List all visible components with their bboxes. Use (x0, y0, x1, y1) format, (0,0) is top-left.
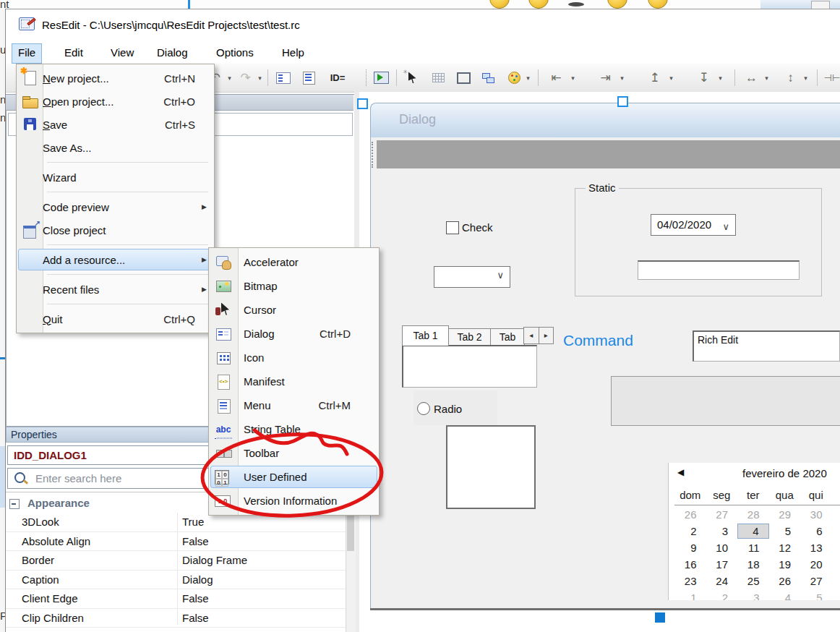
calendar-date-cell[interactable]: 16 (674, 557, 706, 572)
align-right-dropdown-icon[interactable]: ▾ (617, 68, 627, 87)
calendar-date-cell[interactable]: 4 (737, 524, 769, 539)
menu-item-add-a-resource[interactable]: Add a resource...▶ (17, 248, 214, 271)
edit-control[interactable] (638, 260, 800, 280)
calendar-date-cell[interactable]: 18 (737, 557, 769, 572)
menu-item-manifest[interactable]: Manifest (209, 370, 379, 393)
center-vertical-dropdown-icon[interactable]: ▾ (801, 68, 810, 87)
calendar-date-cell[interactable]: 27 (800, 573, 832, 589)
menu-item-cursor[interactable]: Cursor (209, 298, 379, 322)
property-row[interactable]: Clip ChildrenFalse (6, 609, 346, 628)
combobox-control[interactable]: ∨ (434, 266, 510, 288)
test-dialog-button[interactable] (372, 68, 391, 87)
menu-item-open-project[interactable]: Open project...Ctrl+O (17, 90, 214, 113)
menu-item-bitmap[interactable]: Bitmap (209, 274, 379, 298)
menu-item-quit[interactable]: QuitCtrl+Q (17, 307, 214, 330)
menu-item-menu[interactable]: MenuCtrl+M (209, 393, 379, 417)
toolbar-placeholder-control[interactable] (377, 140, 840, 168)
property-row[interactable]: CaptionDialog (6, 571, 346, 590)
calendar-date-cell[interactable]: 29 (769, 507, 801, 522)
calendar-date-cell[interactable]: 17 (706, 557, 738, 572)
menu-item-version-information[interactable]: 1.0Version Information (209, 489, 379, 513)
tab-scroll-left-icon[interactable]: ◂ (524, 328, 539, 343)
static-groupbox[interactable] (575, 188, 822, 296)
calendar-date-cell[interactable]: 3 (737, 590, 769, 600)
align-right-button[interactable]: ⇥ (596, 68, 615, 87)
align-bottom-dropdown-icon[interactable]: ▾ (716, 68, 725, 87)
rich-edit-control[interactable]: Rich Edit (693, 330, 840, 362)
menu-item-toolbar[interactable]: Toolbar (209, 441, 379, 465)
menu-item-dialog[interactable]: DialogCtrl+D (209, 322, 379, 346)
property-row[interactable]: Client EdgeFalse (6, 589, 346, 609)
tab-scroll-spinner[interactable]: ◂ ▸ (523, 327, 554, 344)
calendar-date-cell[interactable]: 23 (674, 573, 706, 589)
calendar-date-cell[interactable]: 27 (706, 507, 738, 522)
selection-handle-top-center[interactable] (617, 96, 628, 107)
selection-handle-top-left[interactable] (357, 98, 368, 109)
calendar-date-cell[interactable]: 2 (706, 590, 738, 600)
date-picker-control[interactable]: 04/02/2020 ∨ (651, 214, 736, 236)
grid-toggle-button[interactable] (429, 68, 448, 87)
calendar-date-cell[interactable]: 9 (674, 540, 706, 555)
radio-button[interactable] (417, 402, 430, 415)
menu-item-new-project[interactable]: New project...Ctrl+N (17, 67, 214, 90)
calendar-date-cell[interactable]: 4 (769, 590, 801, 600)
calendar-month-label[interactable]: fevereiro de 2020 (742, 467, 827, 479)
menu-item-close-project[interactable]: Close project (17, 218, 214, 242)
menubar-item-options[interactable]: Options (210, 43, 260, 62)
property-row[interactable]: Absolute AlignFalse (6, 532, 346, 552)
calendar-date-cell[interactable]: 11 (737, 540, 769, 555)
menu-item-wizard[interactable]: Wizard (17, 166, 214, 189)
menubar-item-file[interactable]: File (12, 43, 42, 64)
pointer-tool-button[interactable] (402, 68, 421, 87)
center-horizontal-dropdown-icon[interactable]: ▾ (762, 68, 771, 87)
gray-panel-control[interactable] (611, 376, 840, 426)
tab-1[interactable]: Tab 1 (402, 325, 449, 346)
center-horizontal-button[interactable]: ↔ (742, 68, 761, 87)
redo-dropdown-icon[interactable]: ▾ (255, 68, 265, 87)
menu-item-code-preview[interactable]: Code preview▶ (17, 195, 214, 218)
calendar-date-cell[interactable]: 28 (737, 507, 769, 522)
command-link-control[interactable]: Command (563, 332, 633, 349)
calendar-date-cell[interactable]: 30 (800, 507, 832, 522)
tab-scroll-right-icon[interactable]: ▸ (539, 328, 554, 343)
align-bottom-button[interactable]: ↧ (694, 68, 713, 87)
id-equals-button[interactable]: ID= (325, 68, 350, 87)
menubar-item-dialog[interactable]: Dialog (150, 43, 194, 62)
layout-button[interactable] (479, 68, 498, 87)
dialog-bottom-edge[interactable] (370, 608, 840, 610)
calendar-date-cell[interactable]: 3 (706, 524, 738, 539)
center-vertical-button[interactable]: ↕ (781, 68, 800, 87)
new-menu-button[interactable] (299, 68, 319, 87)
calendar-date-cell[interactable]: 24 (706, 573, 738, 589)
calendar-prev-month-icon[interactable]: ◀ (677, 467, 684, 477)
calendar-date-cell[interactable]: 19 (769, 557, 801, 572)
same-width-button[interactable]: ⊣⊢ (821, 68, 840, 87)
listbox-control[interactable] (446, 425, 536, 509)
calendar-date-cell[interactable]: 26 (674, 507, 706, 522)
align-left-button[interactable]: ⇤ (547, 68, 566, 87)
menu-item-accelerator[interactable]: Accelerator (209, 250, 379, 274)
menu-item-save-as[interactable]: Save As... (17, 136, 214, 159)
menu-item-string-table[interactable]: abcString Table (209, 417, 379, 441)
calendar-date-cell[interactable]: 5 (769, 524, 801, 539)
calendar-date-cell[interactable]: 1 (674, 590, 706, 600)
calendar-date-cell[interactable]: 2 (674, 524, 706, 539)
align-top-dropdown-icon[interactable]: ▾ (667, 68, 676, 87)
calendar-date-cell[interactable]: 13 (800, 540, 832, 555)
tab-content-listbox[interactable] (402, 345, 537, 388)
menubar-item-help[interactable]: Help (275, 43, 311, 62)
calendar-date-cell[interactable]: 12 (769, 540, 801, 555)
calendar-date-cell[interactable]: 20 (800, 557, 832, 572)
calendar-date-cell[interactable]: 26 (769, 573, 801, 589)
menu-item-user-defined[interactable]: 1001User Defined (209, 465, 379, 489)
calendar-date-cell[interactable]: 6 (800, 524, 832, 539)
selection-handle-bottom-center[interactable] (655, 612, 665, 623)
palette-dropdown-icon[interactable]: ▾ (523, 68, 533, 87)
redo-button[interactable]: ↷ (236, 68, 255, 87)
align-left-dropdown-icon[interactable]: ▾ (568, 68, 578, 87)
align-top-button[interactable]: ↥ (645, 68, 664, 87)
palette-button[interactable] (505, 68, 524, 87)
check-checkbox[interactable] (446, 221, 459, 234)
menu-item-recent-files[interactable]: Recent files▶ (17, 278, 214, 301)
calendar-date-cell[interactable]: 10 (706, 540, 738, 555)
